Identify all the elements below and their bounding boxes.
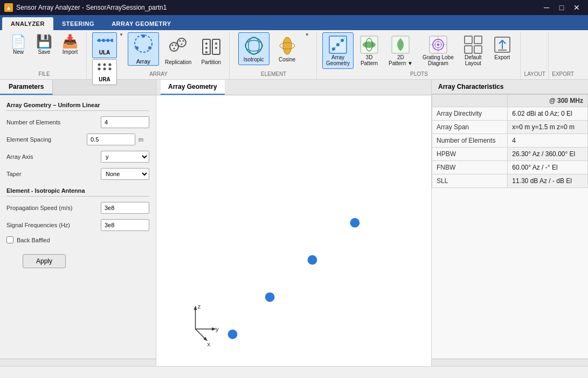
ula-icon xyxy=(96,35,113,48)
svg-point-21 xyxy=(182,40,184,42)
ribbon-group-array: ULA URA xyxy=(88,32,230,79)
maximize-button[interactable]: □ xyxy=(555,2,569,13)
signal-freq-row: Signal Frequencies (Hz) xyxy=(6,219,149,231)
ribbon-group-layout: LAYOUT xyxy=(522,32,549,79)
signal-freq-label: Signal Frequencies (Hz) xyxy=(6,222,98,228)
element-dropdown[interactable]: ▼ xyxy=(305,32,309,37)
isotropic-button[interactable]: Isotropic xyxy=(238,32,269,65)
default-layout-icon xyxy=(464,35,483,54)
signal-freq-input[interactable] xyxy=(101,219,149,231)
taper-row: Taper None Taylor Chebyshev xyxy=(6,168,149,180)
grating-lobe-icon xyxy=(428,35,448,54)
default-layout-button[interactable]: DefaultLayout xyxy=(460,32,487,69)
characteristic-value: 4 xyxy=(508,134,588,148)
array-button[interactable]: Array xyxy=(128,32,159,66)
ribbon-group-file: 📄 New 💾 Save 📥 Import FILE xyxy=(2,32,87,79)
characteristics-row: Number of Elements4 xyxy=(432,134,588,148)
right-panel-scrollbar-h[interactable] xyxy=(432,359,588,366)
svg-point-25 xyxy=(205,43,207,45)
svg-point-12 xyxy=(142,34,145,38)
y-axis-label: y xyxy=(216,325,219,333)
svg-rect-50 xyxy=(465,36,472,44)
replication-label: Replication xyxy=(165,59,191,65)
characteristic-value: 11.30 dB Az / - dB El xyxy=(508,174,588,188)
ula-label: ULA xyxy=(99,50,110,55)
characteristic-value: x=0 m y=1.5 m z=0 m xyxy=(508,121,588,134)
import-button[interactable]: 📥 Import xyxy=(58,32,82,58)
array-icon xyxy=(134,34,153,57)
left-panel: Parameters Array Geometry – Uniform Line… xyxy=(0,80,156,366)
minimize-button[interactable]: ─ xyxy=(539,2,554,13)
svg-point-5 xyxy=(98,64,101,66)
tab-steering[interactable]: STEERING xyxy=(53,17,103,30)
characteristic-value: 26.30° Az / 360.00° El xyxy=(508,148,588,161)
export-button[interactable]: Export xyxy=(489,32,516,63)
num-elements-input[interactable] xyxy=(101,116,149,128)
close-button[interactable]: ✕ xyxy=(570,2,584,13)
svg-rect-53 xyxy=(474,46,482,53)
ula-button[interactable]: ULA xyxy=(92,32,117,58)
array-buttons: ULA URA xyxy=(92,32,225,85)
app-icon: ▲ xyxy=(4,3,13,12)
element-spacing-input[interactable] xyxy=(87,134,135,145)
svg-rect-52 xyxy=(465,46,472,53)
characteristics-row: Array Spanx=0 m y=1.5 m z=0 m xyxy=(432,121,588,134)
svg-point-33 xyxy=(283,37,292,54)
characteristics-row: HPBW26.30° Az / 360.00° El xyxy=(432,148,588,161)
svg-point-9 xyxy=(103,68,106,71)
apply-button[interactable]: Apply xyxy=(23,254,66,268)
title-bar: ▲ Sensor Array Analyzer - SensorArraySes… xyxy=(0,0,588,15)
svg-point-49 xyxy=(437,44,439,46)
back-baffled-checkbox[interactable] xyxy=(6,236,13,243)
element-section-title: Element - Isotropic Antenna xyxy=(6,187,149,197)
prop-speed-input[interactable] xyxy=(101,202,149,214)
3d-pattern-button[interactable]: 3DPattern xyxy=(356,32,383,69)
geometry-section-title: Array Geometry – Uniform Linear xyxy=(6,102,149,111)
right-panel-scroll[interactable]: @ 300 MHz Array Directivity6.02 dBi at 0… xyxy=(432,94,588,359)
taper-label: Taper xyxy=(6,171,98,177)
partition-button[interactable]: Partition xyxy=(197,34,225,68)
characteristic-label: Number of Elements xyxy=(432,134,508,148)
plots-group-label: PLOTS xyxy=(410,71,428,77)
ura-button[interactable]: URA xyxy=(92,59,117,85)
cosine-label: Cosine xyxy=(279,57,295,62)
grating-lobe-button[interactable]: Grating LobeDiagram xyxy=(419,32,458,69)
plots-buttons: ArrayGeometry 3DPattern xyxy=(322,32,516,77)
array-axis-select[interactable]: y x z xyxy=(101,151,149,163)
import-icon: 📥 xyxy=(62,35,78,48)
array-type-dropdown[interactable]: ▼ xyxy=(119,32,123,37)
left-panel-scrollbar[interactable] xyxy=(0,359,156,366)
element-arrow: ▼ xyxy=(305,32,309,37)
array-geometry-plot-button[interactable]: ArrayGeometry xyxy=(322,32,354,69)
partition-label: Partition xyxy=(201,59,221,65)
element-spacing-unit: m xyxy=(139,136,149,143)
characteristic-value: 6.02 dBi at 0 Az; 0 El xyxy=(508,107,588,121)
isotropic-label: Isotropic xyxy=(244,57,264,62)
characteristics-table: @ 300 MHz Array Directivity6.02 dBi at 0… xyxy=(432,94,588,188)
ribbon: 📄 New 💾 Save 📥 Import FILE xyxy=(0,30,588,80)
array-type-arrow: ▼ xyxy=(119,32,123,37)
2d-pattern-button[interactable]: 2DPattern ▼ xyxy=(385,32,417,69)
parameters-tab[interactable]: Parameters xyxy=(0,80,53,95)
characteristic-label: SLL xyxy=(432,174,508,188)
svg-rect-51 xyxy=(474,36,482,44)
svg-point-14 xyxy=(135,46,139,50)
taper-select[interactable]: None Taylor Chebyshev xyxy=(101,168,149,180)
svg-point-26 xyxy=(205,47,207,49)
save-button[interactable]: 💾 Save xyxy=(32,32,56,58)
svg-point-4 xyxy=(110,39,113,42)
svg-point-29 xyxy=(215,47,217,49)
tab-analyzer[interactable]: ANALYZER xyxy=(2,17,53,30)
svg-point-31 xyxy=(248,37,259,54)
export-label: Export xyxy=(494,54,510,60)
new-button[interactable]: 📄 New xyxy=(6,32,30,58)
replication-button[interactable]: Replication xyxy=(161,34,195,68)
2d-pattern-label: 2DPattern ▼ xyxy=(389,54,413,66)
prop-speed-label: Propagation Speed (m/s) xyxy=(6,205,98,211)
isotropic-icon xyxy=(243,35,265,57)
element-group-label: ELEMENT xyxy=(261,71,286,77)
tab-array-geometry[interactable]: ARRAY GEOMETRY xyxy=(103,17,180,30)
array-geometry-canvas: z y x xyxy=(156,95,431,366)
svg-point-8 xyxy=(98,68,101,71)
cosine-button[interactable]: Cosine xyxy=(272,32,303,65)
